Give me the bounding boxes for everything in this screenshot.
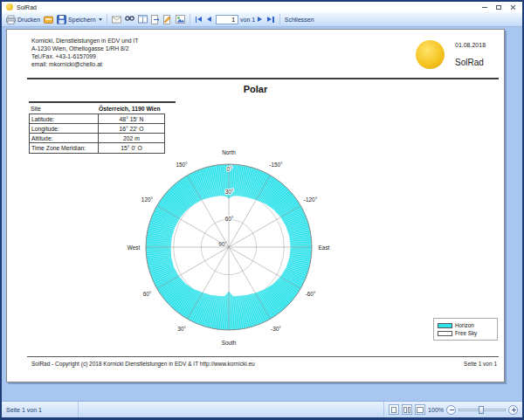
print-label: Drucken bbox=[17, 17, 40, 23]
save-dropdown-icon bbox=[99, 18, 102, 21]
svg-text:150°: 150° bbox=[176, 162, 188, 168]
solrad-logo-text: SolRad bbox=[455, 58, 484, 67]
page-setup-button[interactable] bbox=[136, 14, 149, 24]
page-number-text: Seite 1 von 1 bbox=[464, 361, 497, 367]
app-sun-icon bbox=[6, 3, 13, 10]
page-width-icon bbox=[417, 407, 424, 413]
print-button[interactable]: Drucken bbox=[4, 14, 42, 25]
company-phone: Tel./Fax. +43-1-6157099 bbox=[31, 52, 138, 60]
svg-text:-60°: -60° bbox=[306, 291, 316, 297]
print-setup-button[interactable] bbox=[42, 14, 55, 25]
print-preview-page: Kornicki, Dienstleistungen in EDV und IT… bbox=[6, 29, 505, 382]
zoom-out-button[interactable] bbox=[446, 405, 456, 415]
site-table: Site Österreich, 1190 Wien Latitude: 48°… bbox=[29, 101, 176, 154]
page-width-view-button[interactable] bbox=[415, 404, 425, 415]
copyright-text: SolRad - Copyright (c) 2018 Kornicki Die… bbox=[31, 361, 255, 367]
svg-text:-120°: -120° bbox=[304, 196, 318, 203]
solrad-sun-logo bbox=[416, 40, 445, 69]
polar-chart-svg: 0°30°60°90°150°120°60°30°-30°-60°-120°-1… bbox=[110, 150, 348, 356]
page-count-label: von 1 bbox=[240, 17, 255, 23]
search-icon bbox=[125, 15, 134, 24]
table-row: Latitude: 48° 15' N bbox=[30, 114, 164, 124]
edit-icon bbox=[163, 15, 172, 24]
horizon-swatch bbox=[438, 323, 452, 328]
save-label: Speichern bbox=[68, 17, 96, 23]
one-page-view-button[interactable] bbox=[389, 404, 399, 415]
company-header: Kornicki, Dienstleistungen in EDV und IT… bbox=[31, 37, 138, 68]
footer-rule bbox=[27, 356, 499, 357]
svg-text:-150°: -150° bbox=[269, 162, 283, 168]
next-page-icon bbox=[258, 17, 262, 22]
toolbar: Drucken Speichern bbox=[2, 12, 522, 27]
minimize-button[interactable] bbox=[478, 3, 492, 11]
first-page-button[interactable] bbox=[193, 16, 205, 24]
close-button[interactable] bbox=[506, 3, 520, 11]
company-address: A-1230 Wien, Othellogasse 1/RH 8/2 bbox=[31, 45, 138, 52]
svg-text:60°: 60° bbox=[143, 291, 152, 297]
zoom-percent-label: 100% bbox=[428, 407, 444, 413]
email-icon bbox=[112, 16, 121, 24]
svg-text:East: East bbox=[319, 244, 330, 251]
window-title: SolRad bbox=[17, 4, 478, 10]
legend-item-free-sky: Free Sky bbox=[438, 329, 493, 337]
svg-text:South: South bbox=[222, 340, 237, 346]
svg-text:30°: 30° bbox=[225, 189, 234, 195]
status-bar: Seite 1 von 1 100% bbox=[2, 401, 522, 417]
email-button[interactable] bbox=[110, 15, 123, 24]
minimize-icon bbox=[482, 7, 487, 8]
print-setup-icon bbox=[44, 15, 53, 24]
page-title: Polar bbox=[7, 84, 504, 94]
save-icon bbox=[57, 15, 66, 24]
plus-icon bbox=[514, 408, 514, 412]
close-preview-button[interactable]: Schliessen bbox=[283, 16, 316, 24]
maximize-button[interactable] bbox=[492, 3, 506, 11]
svg-text:North: North bbox=[222, 149, 236, 155]
edit-button[interactable] bbox=[162, 14, 174, 25]
toolbar-separator bbox=[190, 14, 190, 24]
page-setup-icon bbox=[138, 15, 148, 24]
last-page-icon bbox=[272, 17, 274, 23]
zoom-controls: 100% bbox=[383, 402, 522, 417]
company-name: Kornicki, Dienstleistungen in EDV und IT bbox=[31, 37, 138, 45]
search-button[interactable] bbox=[123, 14, 136, 24]
minus-icon bbox=[450, 410, 454, 410]
next-page-button[interactable] bbox=[255, 16, 265, 23]
image-button[interactable] bbox=[174, 14, 187, 24]
svg-text:-30°: -30° bbox=[271, 326, 281, 332]
zoom-slider[interactable] bbox=[458, 405, 506, 415]
maximize-icon bbox=[496, 5, 501, 10]
toolbar-separator bbox=[279, 14, 280, 24]
free-sky-swatch bbox=[438, 331, 452, 336]
export-button[interactable] bbox=[149, 14, 162, 25]
save-button[interactable]: Speichern bbox=[55, 14, 104, 25]
site-value: Österreich, 1190 Wien bbox=[99, 106, 161, 112]
image-icon bbox=[176, 15, 185, 24]
zoom-in-button[interactable] bbox=[508, 405, 518, 415]
company-email: email: mkornicki@chello.at bbox=[31, 60, 138, 68]
site-table-header: Site Österreich, 1190 Wien bbox=[29, 103, 176, 114]
svg-text:90°: 90° bbox=[218, 241, 227, 247]
table-row: Longitude: 16° 22' O bbox=[30, 124, 164, 134]
printer-icon bbox=[6, 15, 16, 24]
preview-area: Kornicki, Dienstleistungen in EDV und IT… bbox=[2, 27, 522, 401]
last-page-button[interactable] bbox=[265, 16, 277, 24]
title-bar: SolRad bbox=[2, 2, 522, 12]
report-date: 01.08.2018 bbox=[455, 42, 486, 48]
close-icon bbox=[510, 4, 516, 10]
site-label: Site bbox=[29, 106, 99, 112]
svg-text:West: West bbox=[128, 244, 141, 251]
svg-text:30°: 30° bbox=[177, 326, 186, 332]
status-page-label: Seite 1 von 1 bbox=[2, 402, 79, 417]
header-rule bbox=[27, 78, 499, 79]
one-page-icon bbox=[391, 407, 396, 413]
prev-page-icon bbox=[207, 17, 211, 22]
site-table-box: Latitude: 48° 15' N Longitude: 16° 22' O… bbox=[29, 114, 165, 154]
export-icon bbox=[151, 15, 160, 24]
prev-page-button[interactable] bbox=[204, 16, 214, 23]
two-page-view-button[interactable] bbox=[402, 404, 412, 415]
zoom-slider-thumb[interactable] bbox=[479, 406, 484, 414]
table-row: Altitude: 202 m bbox=[30, 134, 164, 143]
app-window: SolRad Drucken Speichern bbox=[0, 0, 524, 420]
svg-text:0°: 0° bbox=[226, 166, 232, 172]
page-number-input[interactable] bbox=[216, 15, 238, 24]
